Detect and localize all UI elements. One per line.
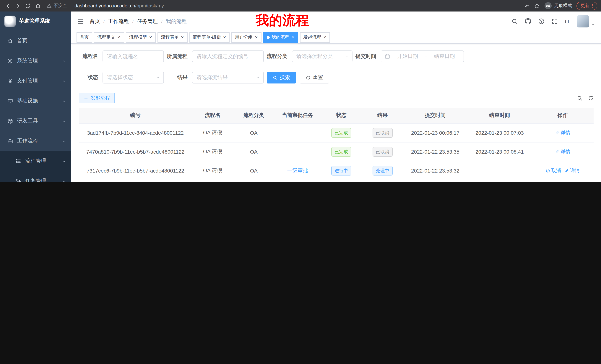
close-tab-icon[interactable]: ×: [117, 35, 120, 40]
submit-time-range-picker[interactable]: 开始日期 - 结束日期: [381, 50, 464, 62]
toggle-search-button[interactable]: [577, 95, 582, 101]
table-row: 7317cec6-7b9b-11ec-b5b7-acde48001122OA 请…: [79, 161, 594, 180]
cell-end-time: 2022-01-23 00:07:03: [468, 123, 532, 142]
tab-create-process[interactable]: 发起流程×: [300, 32, 330, 42]
breadcrumb-item[interactable]: 工作流程: [108, 18, 129, 25]
active-tab-dot: [267, 36, 270, 39]
detail-action-link[interactable]: 详情: [555, 130, 570, 136]
close-tab-icon[interactable]: ×: [255, 35, 258, 40]
process-name-input[interactable]: [102, 50, 164, 62]
cell-actions: 详情: [532, 142, 594, 161]
close-tab-icon[interactable]: ×: [291, 35, 295, 40]
tab-user-group[interactable]: 用户分组×: [232, 32, 261, 42]
tab-process-form[interactable]: 流程表单×: [158, 32, 187, 42]
cell-current-task: [274, 123, 321, 142]
sidebar-item-process-management[interactable]: 流程管理: [0, 151, 71, 171]
column-header: 流程名: [192, 108, 233, 123]
breadcrumb-item: 我的流程: [166, 18, 187, 25]
table-body: 3ad174fb-7b9d-11ec-8404-acde48001122OA 请…: [79, 123, 594, 182]
detail-action-link[interactable]: 详情: [565, 167, 580, 174]
screenshot-root: 不安全 dashboard.yudao.iocoder.cn/bpm/task/…: [0, 0, 601, 182]
cell-end-time: 2022-01-23 00:08:41: [468, 142, 532, 161]
filter-row-2: 状态 请选择状态 结果 请选择流结果 搜索: [79, 72, 594, 84]
category-select[interactable]: 请选择流程分类: [292, 50, 352, 62]
cell-actions: 取消详情: [532, 161, 594, 180]
column-header: 当前审批任务: [274, 108, 321, 123]
user-avatar[interactable]: [577, 15, 589, 28]
sidebar-toggle-button[interactable]: [77, 18, 84, 25]
tab-process-model[interactable]: 流程模型×: [126, 32, 156, 42]
password-key-icon[interactable]: [524, 3, 530, 9]
font-size-button[interactable]: tT: [565, 18, 570, 24]
annotation-title: 我的流程: [256, 14, 309, 27]
tab-label: 流程定义: [97, 34, 115, 40]
table-toolbar-right: [577, 95, 594, 101]
sidebar-item-task-management[interactable]: 任务管理: [0, 171, 71, 182]
browser-reload-button[interactable]: [23, 1, 32, 10]
column-header: 提交时间: [403, 108, 468, 123]
tab-process-form-edit[interactable]: 流程表单-编辑×: [190, 32, 230, 42]
sidebar-item-label: 流程管理: [25, 158, 46, 164]
help-button[interactable]: [538, 18, 545, 25]
reset-button[interactable]: 重置: [300, 72, 329, 84]
cell-actions: 详情: [532, 180, 594, 182]
create-process-button[interactable]: 发起流程: [79, 93, 115, 103]
cell-submit-time: 2022-01-23 00:06:17: [403, 123, 468, 142]
action-label: 详情: [561, 130, 570, 136]
chevron-down-icon: [62, 79, 66, 83]
column-header: 操作: [532, 108, 594, 123]
tab-process-definition[interactable]: 流程定义×: [94, 32, 124, 42]
home-icon: [7, 38, 13, 44]
category-placeholder: 请选择流程分类: [296, 53, 333, 60]
status-tag: 进行中: [331, 166, 351, 175]
sidebar-item-label: 系统管理: [17, 57, 38, 64]
devtools-icon: [7, 118, 13, 124]
tab-label: 我的流程: [271, 34, 289, 40]
browser-update-button[interactable]: 更新: [576, 2, 597, 10]
breadcrumb-item[interactable]: 首页: [90, 18, 100, 25]
tab-label: 发起流程: [303, 34, 321, 40]
bookmark-star-icon[interactable]: [534, 3, 540, 9]
cell-submit-time: 2022-01-22 23:51:15: [403, 180, 468, 182]
close-tab-icon[interactable]: ×: [323, 35, 327, 40]
sidebar-item-workflow[interactable]: 工作流程: [0, 131, 71, 151]
close-tab-icon[interactable]: ×: [149, 35, 152, 40]
filter-submit-time: 提交时间 开始日期 - 结束日期: [352, 50, 464, 62]
tab-label: 流程表单-编辑: [193, 34, 221, 40]
reload-icon: [25, 3, 31, 9]
cell-actions: 详情: [532, 123, 594, 142]
address-bar[interactable]: 不安全 dashboard.yudao.iocoder.cn/bpm/task/…: [47, 3, 523, 9]
close-tab-icon[interactable]: ×: [180, 35, 184, 40]
cancel-icon: [546, 168, 550, 173]
current-task-link[interactable]: 一级审批: [287, 167, 308, 174]
fullscreen-button[interactable]: [551, 18, 558, 25]
table-header-row: 编号流程名流程分类当前审批任务状态结果提交时间结束时间操作: [79, 108, 594, 123]
browser-forward-button[interactable]: [13, 1, 22, 10]
process-definition-input[interactable]: [192, 50, 264, 62]
sidebar-item-home[interactable]: 首页: [0, 31, 71, 51]
tab-home[interactable]: 首页: [77, 32, 92, 42]
browser-back-button[interactable]: [3, 1, 12, 10]
result-tag: 处理中: [372, 166, 392, 175]
search-button[interactable]: 搜索: [267, 72, 296, 84]
security-indicator[interactable]: 不安全: [47, 3, 67, 9]
sidebar-item-system[interactable]: 系统管理: [0, 51, 71, 71]
tab-my-process[interactable]: 我的流程×: [263, 32, 298, 42]
main-area: 首页/工作流程/任务管理/我的流程 tT 首页流程定义×流程模型×流程表单×流程…: [71, 11, 601, 182]
github-link[interactable]: [525, 18, 531, 25]
header-search-button[interactable]: [511, 18, 518, 25]
browser-home-button[interactable]: [33, 1, 42, 10]
sidebar-item-payment[interactable]: 支付管理: [0, 71, 71, 91]
close-tab-icon[interactable]: ×: [223, 35, 226, 40]
user-menu[interactable]: [577, 15, 595, 28]
refresh-table-button[interactable]: [588, 95, 594, 101]
result-select[interactable]: 请选择流结果: [192, 72, 264, 84]
breadcrumb-item[interactable]: 任务管理: [137, 18, 158, 25]
detail-action-link[interactable]: 详情: [555, 148, 570, 155]
cancel-action-link[interactable]: 取消: [546, 167, 561, 174]
payment-icon: [7, 78, 13, 84]
sidebar-item-label: 研发工具: [17, 118, 38, 124]
status-select[interactable]: 请选择状态: [102, 72, 164, 84]
sidebar-item-infrastructure[interactable]: 基础设施: [0, 91, 71, 111]
sidebar-item-devtools[interactable]: 研发工具: [0, 111, 71, 131]
